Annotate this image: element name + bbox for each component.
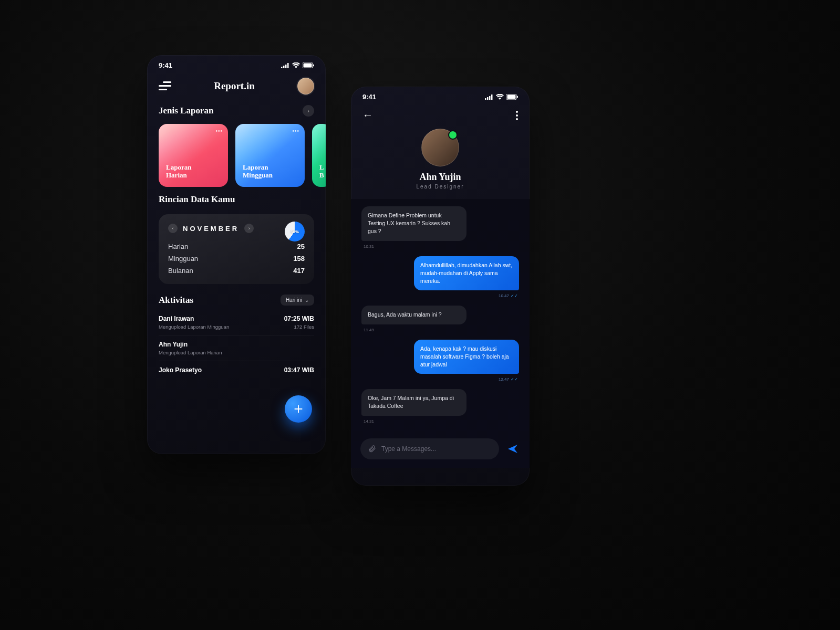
svg-rect-2 <box>285 65 287 68</box>
status-time: 9:41 <box>159 61 172 69</box>
avatar[interactable] <box>297 78 314 94</box>
percent-badge: 60% <box>285 222 305 242</box>
activity-item[interactable]: Joko Prasetyo03:47 WIB <box>159 361 314 379</box>
message-in[interactable]: Oke, Jam 7 Malam ini ya, Jumpa di Takada… <box>361 389 466 415</box>
data-row: Bulanan417 <box>168 267 305 275</box>
contact-name: Ahn Yujin <box>419 172 461 183</box>
chat-body: Gimana Define Problem untuk Testing UX k… <box>351 199 530 468</box>
more-icon[interactable]: ••• <box>292 128 299 134</box>
message-placeholder: Type a Messages... <box>381 445 436 453</box>
activity-item[interactable]: Ahn Yujin Mengupload Laporan Harian <box>159 335 314 361</box>
menu-icon[interactable] <box>159 81 171 91</box>
plus-icon <box>293 403 304 415</box>
message-time: 11.49 <box>364 328 519 332</box>
report-card-bulanan[interactable]: L B <box>312 124 326 187</box>
svg-rect-12 <box>507 95 516 99</box>
battery-icon <box>303 62 314 68</box>
status-bar: 9:41 <box>351 87 530 104</box>
device-report: 9:41 Report.in Jenis Laporan › ••• Lapor… <box>147 55 326 454</box>
svg-rect-8 <box>487 97 489 100</box>
data-row: Harian25 <box>168 243 305 250</box>
svg-rect-13 <box>517 96 518 98</box>
signal-icon <box>485 94 493 100</box>
svg-rect-5 <box>304 64 312 68</box>
section-title-reports: Jenis Laporan <box>159 106 213 116</box>
chat-profile: Ahn Yujin Lead Designer <box>351 127 530 199</box>
read-check-icon: ✓✓ <box>511 293 518 298</box>
attachment-icon[interactable] <box>368 445 376 453</box>
wifi-icon <box>496 94 504 100</box>
app-header: Report.in <box>147 72 326 102</box>
chat-header: ← <box>351 104 530 127</box>
message-time: 10.47✓✓ <box>361 293 518 298</box>
read-check-icon: ✓✓ <box>511 377 518 382</box>
send-button[interactable] <box>505 442 520 456</box>
message-out[interactable]: Ada, kenapa kak ? mau diskusi masalah so… <box>414 340 519 374</box>
contact-role: Lead Designer <box>416 184 464 190</box>
month-label: NOVEMBER <box>183 225 239 233</box>
chevron-right-icon[interactable]: › <box>303 105 314 117</box>
more-icon[interactable]: ••• <box>215 128 223 134</box>
composer: Type a Messages... <box>351 433 530 468</box>
status-icons <box>281 62 314 68</box>
message-out[interactable]: Alhamdullillah, dimudahkan Allah swt, mu… <box>414 256 519 291</box>
svg-rect-6 <box>313 65 314 67</box>
wifi-icon <box>292 62 300 68</box>
message-input[interactable]: Type a Messages... <box>360 438 499 459</box>
signal-icon <box>281 63 289 68</box>
chevron-down-icon: ⌄ <box>305 297 309 303</box>
report-cards: ••• Laporan Harian ••• Laporan Mingguan … <box>147 120 326 191</box>
report-card-mingguan[interactable]: ••• Laporan Mingguan <box>235 124 305 187</box>
prev-month-button[interactable]: ‹ <box>168 224 178 233</box>
device-chat: 9:41 ← Ahn Yujin Lead Designer Gimana De… <box>351 87 530 486</box>
more-menu-button[interactable] <box>516 111 518 120</box>
message-in[interactable]: Gimana Define Problem untuk Testing UX k… <box>361 206 466 241</box>
data-row: Mingguan158 <box>168 255 305 262</box>
status-time: 9:41 <box>362 93 376 101</box>
send-icon <box>506 443 519 455</box>
message-time: 14.31 <box>364 419 519 424</box>
report-card-title: Laporan Mingguan <box>243 163 297 180</box>
report-card-harian[interactable]: ••• Laporan Harian <box>159 124 228 187</box>
svg-rect-3 <box>287 63 289 68</box>
message-time: 12.47✓✓ <box>361 377 518 382</box>
month-nav: ‹ NOVEMBER › <box>168 224 305 233</box>
battery-icon <box>506 94 518 100</box>
section-title-detail: Rincian Data Kamu <box>159 194 235 205</box>
add-button[interactable] <box>285 395 312 423</box>
avatar[interactable] <box>421 129 459 166</box>
detail-card: ‹ NOVEMBER › 60% Harian25 Mingguan158 Bu… <box>159 214 314 284</box>
svg-rect-7 <box>485 98 486 100</box>
svg-rect-9 <box>489 96 491 100</box>
report-card-title: L B <box>319 163 324 180</box>
next-month-button[interactable]: › <box>244 224 254 233</box>
svg-rect-0 <box>281 67 283 68</box>
app-brand: Report.in <box>214 80 255 92</box>
message-time: 10.31 <box>364 244 519 249</box>
activity-list: Dani Irawan07:25 WIB Mengupload Laporan … <box>147 310 326 379</box>
filter-chip[interactable]: Hari ini⌄ <box>281 295 314 306</box>
svg-rect-10 <box>491 94 493 100</box>
report-card-title: Laporan Harian <box>166 163 221 180</box>
activity-item[interactable]: Dani Irawan07:25 WIB Mengupload Laporan … <box>159 310 314 335</box>
status-icons <box>485 94 518 100</box>
svg-rect-1 <box>283 66 285 68</box>
back-button[interactable]: ← <box>362 109 373 121</box>
status-bar: 9:41 <box>147 55 326 72</box>
section-title-activity: Aktivitas <box>159 295 193 306</box>
message-in[interactable]: Bagus, Ada waktu malam ini ? <box>361 306 466 324</box>
